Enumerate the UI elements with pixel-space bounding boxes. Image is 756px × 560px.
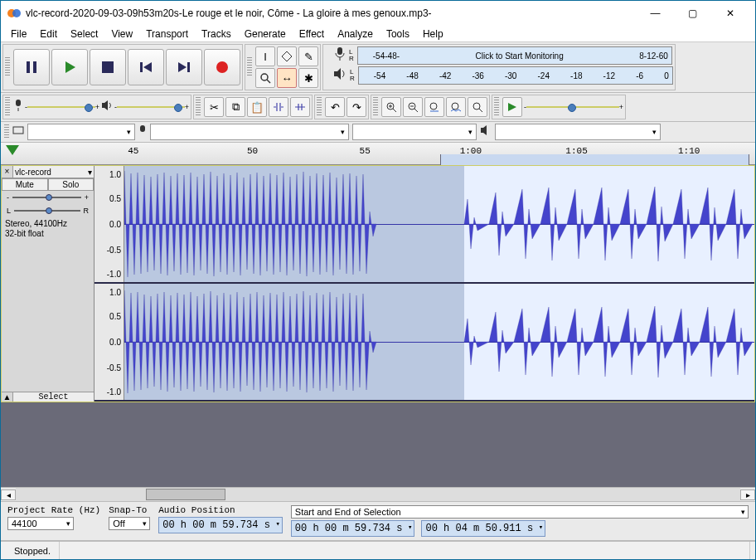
svg-rect-13 xyxy=(337,47,342,55)
svg-marker-4 xyxy=(65,61,75,73)
menu-file[interactable]: File xyxy=(4,27,33,41)
silence-icon[interactable] xyxy=(290,97,310,117)
svg-point-26 xyxy=(430,103,437,110)
cut-icon[interactable]: ✂ xyxy=(204,97,224,117)
trim-icon[interactable] xyxy=(269,97,288,117)
zoom-toggle-icon[interactable] xyxy=(468,97,487,117)
svg-marker-7 xyxy=(143,62,152,72)
speaker-icon[interactable] xyxy=(333,67,346,84)
solo-button[interactable]: Solo xyxy=(48,178,94,191)
pause-button[interactable] xyxy=(13,49,50,85)
play-at-speed-icon[interactable] xyxy=(502,97,522,117)
fit-selection-icon[interactable] xyxy=(424,97,444,117)
svg-point-28 xyxy=(473,103,480,110)
tools-toolbar: I ✎ ↔ ✱ xyxy=(245,44,321,90)
horizontal-scrollbar[interactable]: ◂ ▸ xyxy=(1,487,755,502)
copy-icon[interactable]: ⧉ xyxy=(225,97,245,117)
recording-volume-slider[interactable]: -+ xyxy=(25,100,99,114)
ruler-tick: 45 xyxy=(128,146,138,156)
svg-line-24 xyxy=(414,109,418,112)
project-rate-select[interactable]: 44100 xyxy=(7,517,74,530)
selection-mode-select[interactable]: Start and End of Selection xyxy=(291,505,749,519)
status-text: Stopped. xyxy=(6,542,60,559)
selection-end-field[interactable]: 00 h 04 m 50.911 s xyxy=(421,520,545,537)
track-menu-button[interactable]: vlc-record▾ xyxy=(13,166,94,178)
menu-tracks[interactable]: Tracks xyxy=(195,27,238,41)
collapse-button[interactable]: ▲ xyxy=(2,392,13,402)
waveform-left-channel[interactable]: 1.0 0.5 0.0 -0.5 -1.0 xyxy=(94,166,754,284)
track-select-button[interactable]: Select xyxy=(13,392,94,402)
track-close-button[interactable]: × xyxy=(2,166,13,178)
playback-meter[interactable]: -54-48-42-36-30-24-18-12-60 xyxy=(358,66,673,85)
timeshift-tool-icon[interactable]: ↔ xyxy=(277,68,297,88)
gain-slider[interactable]: -+ xyxy=(2,191,94,204)
zoom-tool-icon[interactable] xyxy=(255,68,275,88)
menu-view[interactable]: View xyxy=(104,27,139,41)
envelope-tool-icon[interactable] xyxy=(277,46,297,66)
svg-rect-32 xyxy=(140,125,145,132)
selection-toolbar: Project Rate (Hz) 44100 Snap-To Off Audi… xyxy=(1,502,755,541)
undo-icon[interactable]: ↶ xyxy=(325,97,345,117)
playhead-icon[interactable] xyxy=(6,145,19,155)
timeline-ruler[interactable]: 45 50 55 1:00 1:05 1:10 xyxy=(1,143,755,165)
vertical-scale: 1.0 0.5 0.0 -0.5 -1.0 xyxy=(94,166,124,282)
menu-edit[interactable]: Edit xyxy=(33,27,64,41)
zoom-in-icon[interactable] xyxy=(381,97,401,117)
menu-generate[interactable]: Generate xyxy=(238,27,293,41)
playback-speed-slider[interactable]: -+ xyxy=(524,100,623,114)
selection-start-field[interactable]: 00 h 00 m 59.734 s xyxy=(291,520,415,537)
svg-rect-16 xyxy=(16,100,21,106)
stop-button[interactable] xyxy=(90,49,126,85)
redo-icon[interactable]: ↷ xyxy=(346,97,366,117)
paste-icon[interactable]: 📋 xyxy=(247,97,267,117)
menu-tools[interactable]: Tools xyxy=(380,27,416,41)
menu-analyze[interactable]: Analyze xyxy=(331,27,380,41)
close-button[interactable]: ✕ xyxy=(711,1,749,26)
menu-transport[interactable]: Transport xyxy=(139,27,195,41)
mixer-toolbar: -+ -+ xyxy=(2,95,191,119)
svg-point-11 xyxy=(261,74,268,80)
scroll-right-icon[interactable]: ▸ xyxy=(740,489,755,500)
scrollbar-thumb[interactable] xyxy=(146,489,225,500)
play-button[interactable] xyxy=(51,49,88,85)
pan-slider[interactable]: LR xyxy=(2,204,94,217)
mic-icon xyxy=(138,124,147,139)
maximize-button[interactable]: ▢ xyxy=(674,1,711,26)
mic-icon xyxy=(13,99,23,115)
svg-rect-3 xyxy=(33,61,36,73)
scroll-left-icon[interactable]: ◂ xyxy=(1,489,16,500)
mic-icon[interactable] xyxy=(334,46,346,65)
skip-start-button[interactable] xyxy=(128,49,164,85)
draw-tool-icon[interactable]: ✎ xyxy=(298,46,318,66)
audio-host-select[interactable] xyxy=(27,124,135,140)
minimize-button[interactable]: — xyxy=(637,1,674,26)
svg-line-29 xyxy=(479,109,482,112)
record-button[interactable] xyxy=(204,49,240,85)
zoom-out-icon[interactable] xyxy=(403,97,423,117)
status-bar: Stopped. xyxy=(1,541,755,559)
menu-select[interactable]: Select xyxy=(64,27,104,41)
selection-tool-icon[interactable]: I xyxy=(255,46,275,66)
skip-end-button[interactable] xyxy=(166,49,202,85)
svg-rect-31 xyxy=(13,127,23,134)
window-title: vlc-record-2020-09-03-09h53m20s-Le rouge… xyxy=(26,7,432,19)
recording-meter[interactable]: -54-48- Click to Start Monitoring 8-12-6… xyxy=(357,46,672,65)
audio-position-field[interactable]: 00 h 00 m 59.734 s xyxy=(158,517,283,533)
playback-volume-slider[interactable]: -+ xyxy=(114,100,189,114)
fit-project-icon[interactable] xyxy=(446,97,466,117)
recording-device-select[interactable] xyxy=(150,124,349,140)
snap-to-select[interactable]: Off xyxy=(109,517,150,530)
recording-channels-select[interactable] xyxy=(352,124,477,140)
svg-point-1 xyxy=(12,9,21,17)
play-at-speed-toolbar: -+ xyxy=(492,95,626,119)
mute-button[interactable]: Mute xyxy=(2,178,48,191)
multi-tool-icon[interactable]: ✱ xyxy=(298,68,318,88)
waveform-right-channel[interactable]: 1.0 0.5 0.0 -0.5 -1.0 xyxy=(94,284,754,402)
playback-device-select[interactable] xyxy=(495,124,661,140)
device-toolbar xyxy=(1,122,755,143)
menu-effect[interactable]: Effect xyxy=(293,27,331,41)
menu-help[interactable]: Help xyxy=(416,27,450,41)
speaker-icon xyxy=(101,100,113,114)
svg-rect-2 xyxy=(27,61,30,73)
svg-rect-6 xyxy=(140,62,143,72)
